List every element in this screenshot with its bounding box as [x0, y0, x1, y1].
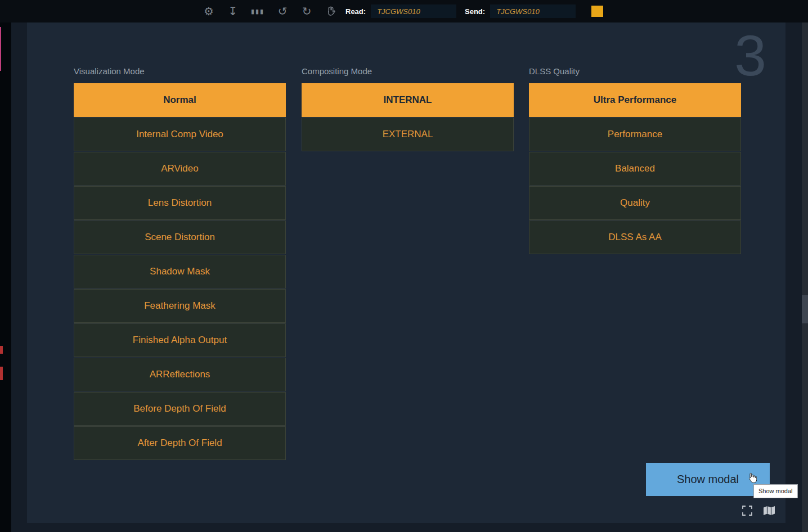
group-label: Compositing Mode: [302, 66, 514, 76]
option-before-depth-of-field[interactable]: Before Depth Of Field: [74, 392, 286, 426]
left-edge-strip: [0, 22, 11, 532]
option-shadow-mask[interactable]: Shadow Mask: [74, 255, 286, 288]
download-icon[interactable]: ↧: [227, 6, 239, 17]
columns-icon[interactable]: ▮▮▮: [251, 8, 264, 15]
hand-icon[interactable]: [325, 6, 337, 17]
refresh-icon[interactable]: ↻: [300, 6, 313, 17]
top-toolbar: ⚙ ↧ ▮▮▮ ↺ ↻ Read: Send:: [0, 0, 808, 22]
fullscreen-icon[interactable]: [742, 505, 753, 516]
option-normal[interactable]: Normal: [74, 83, 286, 117]
toolbar-icons: ⚙ ↧ ▮▮▮ ↺ ↻: [203, 0, 337, 22]
option-arvideo[interactable]: ARVideo: [74, 152, 286, 186]
option-arreflections[interactable]: ARReflections: [74, 358, 286, 391]
send-field-group: Send:: [465, 4, 576, 18]
send-label: Send:: [465, 7, 485, 16]
option-feathering-mask[interactable]: Feathering Mask: [74, 289, 286, 323]
scrollbar-thumb[interactable]: [802, 295, 808, 323]
show-modal-button[interactable]: Show modal: [646, 463, 770, 496]
option-lens-distortion[interactable]: Lens Distortion: [74, 186, 286, 220]
option-quality[interactable]: Quality: [529, 186, 741, 220]
send-input[interactable]: [490, 4, 576, 18]
option-scene-distortion[interactable]: Scene Distortion: [74, 220, 286, 254]
option-ultra-performance[interactable]: Ultra Performance: [529, 83, 741, 117]
group-compositing-mode: Compositing ModeINTERNALEXTERNAL: [302, 66, 514, 152]
option-dlss-as-aa[interactable]: DLSS As AA: [529, 220, 741, 254]
timeline-marker: [0, 367, 3, 380]
right-scrollbar: [802, 22, 808, 532]
read-input[interactable]: [371, 4, 456, 18]
read-field-group: Read:: [345, 4, 456, 18]
option-internal-comp-video[interactable]: Internal Comp Video: [74, 118, 286, 151]
map-icon[interactable]: [763, 506, 775, 516]
timeline-marker: [0, 346, 3, 354]
read-label: Read:: [345, 7, 366, 16]
option-after-depth-of-field[interactable]: After Depth Of Field: [74, 426, 286, 460]
option-external[interactable]: EXTERNAL: [302, 118, 514, 151]
option-performance[interactable]: Performance: [529, 118, 741, 151]
gear-icon[interactable]: ⚙: [203, 6, 215, 17]
status-indicator: [591, 6, 603, 17]
timeline-marker: [0, 27, 1, 71]
tooltip: Show modal: [753, 484, 798, 498]
history-icon[interactable]: ↺: [276, 6, 289, 17]
option-internal[interactable]: INTERNAL: [302, 83, 514, 117]
group-label: DLSS Quality: [529, 66, 741, 76]
corner-controls: [742, 505, 775, 516]
group-label: Visualization Mode: [74, 66, 286, 76]
option-balanced[interactable]: Balanced: [529, 152, 741, 186]
option-finished-alpha-output[interactable]: Finished Alpha Output: [74, 323, 286, 357]
group-visualization-mode: Visualization ModeNormalInternal Comp Vi…: [74, 66, 286, 461]
group-dlss-quality: DLSS QualityUltra PerformancePerformance…: [529, 66, 741, 255]
main-panel: 3 Visualization ModeNormalInternal Comp …: [27, 22, 785, 523]
